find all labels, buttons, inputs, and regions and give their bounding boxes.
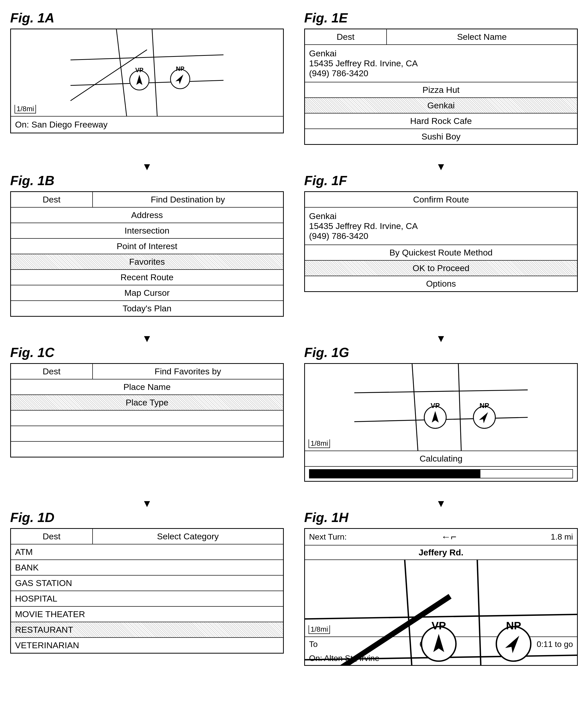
fig1a-map-container: VP NP 1/8mi On: San Diego Freeway: [10, 28, 284, 133]
fig1d-item-4-label: MOVIE THEATER: [11, 606, 284, 622]
fig1b-item-3-highlighted[interactable]: Favorites: [11, 254, 284, 270]
figure-1g: ▼ Fig. 1G VP NP 1/8mi: [304, 332, 578, 482]
fig1b-header-right: Find Destination by: [92, 192, 284, 208]
fig1d-table: Dest Select Category ATM BANK GAS STATIO…: [10, 528, 284, 654]
fig1b-item-2-label: Point of Interest: [11, 238, 284, 254]
fig1f-table: Confirm Route Genkai 15435 Jeffrey Rd. I…: [304, 191, 578, 292]
fig1e-info-phone: (949) 786-3420: [309, 68, 369, 78]
figure-1h: ▼ Fig. 1H Next Turn: ←⌐ 1.8 mi Jeffery R…: [304, 497, 578, 666]
fig1e-item-0[interactable]: Pizza Hut: [305, 82, 578, 98]
fig1a-to-fig1b-arrow: ▼: [10, 160, 284, 173]
fig1f-item-2-label: Options: [305, 276, 578, 292]
fig1c-item-1-highlighted[interactable]: Place Type: [11, 395, 284, 410]
fig1e-label: Fig. 1E: [304, 10, 578, 25]
svg-text:VP: VP: [135, 66, 143, 74]
fig1h-scale: 1/8mi: [309, 625, 330, 634]
svg-line-2: [71, 55, 224, 60]
fig1b-item-6-label: Today's Plan: [11, 300, 284, 316]
fig1e-item-3-label: Sushi Boy: [305, 129, 578, 145]
fig1g-to-fig1h-arrow: ▼: [304, 497, 578, 510]
fig1d-item-3[interactable]: HOSPITAL: [11, 591, 284, 606]
fig1b-item-1[interactable]: Intersection: [11, 223, 284, 238]
fig1d-item-0[interactable]: ATM: [11, 544, 284, 560]
fig1c-empty-1: [11, 410, 284, 426]
figure-1c: ▼ Fig. 1C Dest Find Favorites by Place N…: [10, 332, 284, 482]
fig1e-item-0-label: Pizza Hut: [305, 82, 578, 98]
fig1d-item-2[interactable]: GAS STATION: [11, 575, 284, 591]
fig1f-item-1-highlighted[interactable]: OK to Proceed: [305, 261, 578, 276]
fig1f-item-0-label: By Quickest Route Method: [305, 245, 578, 261]
fig1a-map-area: VP NP 1/8mi: [11, 29, 283, 116]
figure-1a: Fig. 1A VP NP: [10, 10, 284, 145]
fig1b-item-2[interactable]: Point of Interest: [11, 238, 284, 254]
fig1e-header-right: Select Name: [386, 29, 578, 45]
fig1a-scale: 1/8mi: [15, 105, 36, 113]
fig1e-header-left: Dest: [305, 29, 386, 45]
fig1b-item-1-label: Intersection: [11, 223, 284, 238]
fig1h-map-area: VP NP 1/8mi: [305, 560, 577, 637]
fig1c-header-row: Dest Find Favorites by: [11, 364, 284, 379]
fig1f-item-2[interactable]: Options: [305, 276, 578, 292]
fig1c-header-left: Dest: [11, 364, 92, 379]
fig1f-info-row: Genkai 15435 Jeffrey Rd. Irvine, CA (949…: [305, 207, 578, 245]
fig1f-header: Confirm Route: [305, 192, 578, 208]
fig1g-map-container: VP NP 1/8mi Calculating: [304, 363, 578, 482]
fig1d-item-6[interactable]: VETERINARIAN: [11, 638, 284, 653]
svg-line-13: [354, 390, 528, 393]
fig1b-item-4[interactable]: Recent Route: [11, 270, 284, 285]
svg-line-0: [117, 29, 127, 116]
fig1b-item-6[interactable]: Today's Plan: [11, 300, 284, 316]
fig1d-header-left: Dest: [11, 528, 92, 544]
fig1e-header-row: Dest Select Name: [305, 29, 578, 45]
fig1f-item-0[interactable]: By Quickest Route Method: [305, 245, 578, 261]
fig1d-item-1[interactable]: BANK: [11, 560, 284, 575]
fig1e-item-2-label: Hard Rock Cafe: [305, 113, 578, 129]
page-container: Fig. 1A VP NP: [10, 10, 578, 666]
fig1h-next-turn-dist: 1.8 mi: [551, 532, 573, 542]
fig1b-item-5[interactable]: Map Cursor: [11, 285, 284, 300]
fig1e-info-name: Genkai: [309, 48, 337, 58]
fig1g-map-area: VP NP 1/8mi: [305, 364, 577, 451]
fig1b-item-0[interactable]: Address: [11, 207, 284, 223]
fig1d-item-2-label: GAS STATION: [11, 575, 284, 591]
fig1g-progress-bar: [309, 469, 573, 478]
fig1b-header-row: Dest Find Destination by: [11, 192, 284, 208]
svg-line-11: [412, 364, 418, 451]
fig1c-item-0-label: Place Name: [11, 379, 284, 395]
fig1a-label: Fig. 1A: [10, 10, 284, 25]
svg-text:NP: NP: [176, 65, 184, 72]
fig1f-info: Genkai 15435 Jeffrey Rd. Irvine, CA (949…: [305, 207, 578, 245]
svg-line-21: [405, 560, 414, 666]
figure-1e: Fig. 1E Dest Select Name Genkai 15435 Je…: [304, 10, 578, 145]
fig1f-info-address: 15435 Jeffrey Rd. Irvine, CA: [309, 221, 418, 231]
fig1e-item-3[interactable]: Sushi Boy: [305, 129, 578, 145]
fig1c-to-fig1d-arrow: ▼: [10, 497, 284, 510]
fig1f-to-fig1g-arrow: ▼: [304, 332, 578, 345]
fig1b-table: Dest Find Destination by Address Interse…: [10, 191, 284, 317]
figure-1b: ▼ Fig. 1B Dest Find Destination by Addre…: [10, 160, 284, 317]
fig1g-label: Fig. 1G: [304, 345, 578, 360]
svg-line-12: [459, 364, 461, 451]
fig1f-item-1-label: OK to Proceed: [305, 261, 578, 276]
fig1f-info-phone: (949) 786-3420: [309, 231, 369, 241]
fig1e-info-row: Genkai 15435 Jeffrey Rd. Irvine, CA (949…: [305, 45, 578, 82]
fig1e-info-address: 15435 Jeffrey Rd. Irvine, CA: [309, 58, 418, 68]
fig1c-table: Dest Find Favorites by Place Name Place …: [10, 363, 284, 457]
fig1e-item-2[interactable]: Hard Rock Cafe: [305, 113, 578, 129]
fig1d-item-5-highlighted[interactable]: RESTAURANT: [11, 622, 284, 638]
fig1d-item-0-label: ATM: [11, 544, 284, 560]
fig1g-progress-filled: [310, 470, 480, 478]
fig1c-label: Fig. 1C: [10, 345, 284, 360]
fig1d-item-4[interactable]: MOVIE THEATER: [11, 606, 284, 622]
fig1e-item-1-label: Genkai: [305, 98, 578, 113]
fig1e-item-1-highlighted[interactable]: Genkai: [305, 98, 578, 113]
fig1b-header-left: Dest: [11, 192, 92, 208]
fig1c-empty-3: [11, 441, 284, 457]
fig1d-header-row: Dest Select Category: [11, 528, 284, 544]
fig1h-next-turn-label: Next Turn:: [309, 532, 347, 542]
fig1d-item-6-label: VETERINARIAN: [11, 638, 284, 653]
fig1d-label: Fig. 1D: [10, 510, 284, 525]
fig1g-progress-empty: [480, 470, 572, 478]
fig1h-street-name: Jeffery Rd.: [305, 545, 577, 560]
fig1c-item-0[interactable]: Place Name: [11, 379, 284, 395]
